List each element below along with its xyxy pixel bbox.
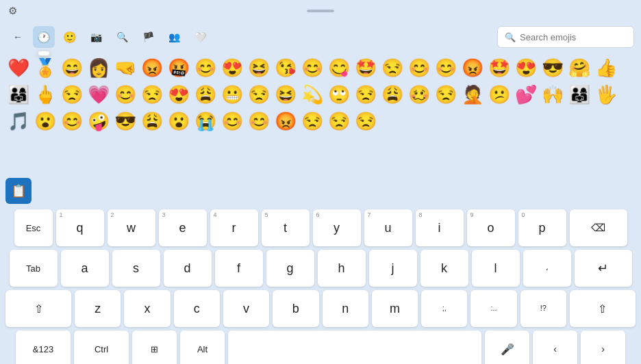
emoji-item[interactable]: 😒: [326, 108, 352, 134]
emoji-item[interactable]: 👩: [86, 55, 112, 81]
key-[interactable]: !?: [520, 290, 566, 327]
key-tab[interactable]: Tab: [10, 250, 58, 287]
emoji-item[interactable]: 😊: [406, 55, 432, 81]
emoji-tab[interactable]: 🙂: [59, 26, 81, 48]
emoji-item[interactable]: 💕: [513, 81, 539, 107]
emoji-item[interactable]: 😄: [59, 55, 85, 81]
key-y[interactable]: 6y: [313, 209, 361, 246]
emoji-item[interactable]: 🤩: [353, 55, 379, 81]
key-h[interactable]: h: [318, 250, 366, 287]
emoji-item[interactable]: 🙄: [326, 81, 352, 107]
emoji-item[interactable]: 😆: [246, 55, 272, 81]
emoji-item[interactable]: 😍: [166, 81, 192, 107]
emoji-item[interactable]: 😊: [219, 108, 245, 134]
key-alt[interactable]: Alt: [180, 330, 225, 364]
key-space[interactable]: [228, 330, 481, 364]
key-[interactable]: ;,: [421, 290, 467, 327]
emoji-item[interactable]: 😊: [246, 108, 272, 134]
emoji-item[interactable]: 😊: [192, 55, 218, 81]
emoji-item[interactable]: 😍: [219, 55, 245, 81]
key-l[interactable]: l: [472, 250, 520, 287]
settings-icon[interactable]: ⚙: [8, 5, 17, 17]
emoji-item[interactable]: 😊: [112, 81, 138, 107]
emoji-item[interactable]: 😋: [326, 55, 352, 81]
emoji-item[interactable]: 👨‍👩‍👧: [566, 81, 592, 107]
emoji-item[interactable]: 😡: [460, 55, 486, 81]
key-z[interactable]: z: [75, 290, 121, 327]
key-e[interactable]: 3e: [159, 209, 207, 246]
key-x[interactable]: x: [124, 290, 170, 327]
emoji-item[interactable]: 😭: [192, 108, 218, 134]
emoji-item[interactable]: 😒: [59, 81, 85, 107]
key-[interactable]: 🎤: [485, 330, 529, 364]
emoji-item[interactable]: 🙌: [540, 81, 566, 107]
emoji-item[interactable]: 🎵: [5, 108, 32, 134]
key-[interactable]: ⊞: [132, 330, 177, 364]
key-u[interactable]: 7u: [364, 209, 412, 246]
emoji-item[interactable]: 🤩: [486, 55, 512, 81]
emoji-item[interactable]: 😡: [273, 108, 299, 134]
key-g[interactable]: g: [266, 250, 314, 287]
key-t[interactable]: 5t: [262, 209, 310, 246]
emoji-item[interactable]: 😮: [166, 108, 192, 134]
key-[interactable]: ‹: [533, 330, 577, 364]
key-v[interactable]: v: [223, 290, 269, 327]
emoji-item[interactable]: 😒: [353, 81, 379, 107]
key-[interactable]: ›: [581, 330, 625, 364]
key-w[interactable]: 2w: [108, 209, 155, 246]
emoji-item[interactable]: ❤️: [5, 55, 32, 81]
emoji-item[interactable]: 😕: [486, 81, 512, 107]
emoji-item[interactable]: 🤪: [86, 108, 112, 134]
key-m[interactable]: m: [372, 290, 418, 327]
key-k[interactable]: k: [420, 250, 468, 287]
key-f[interactable]: f: [215, 250, 263, 287]
emoji-item[interactable]: 😆: [273, 81, 299, 107]
back-button[interactable]: ←: [7, 26, 29, 48]
key-d[interactable]: d: [164, 250, 212, 287]
emoji-item[interactable]: 😍: [513, 55, 539, 81]
camera-tab[interactable]: 📷: [85, 26, 107, 48]
key-a[interactable]: a: [61, 250, 109, 287]
people-tab[interactable]: 👥: [163, 26, 185, 48]
emoji-item[interactable]: 👨‍👩‍👧: [5, 81, 32, 107]
emoji-item[interactable]: 😡: [139, 55, 165, 81]
key-b[interactable]: b: [273, 290, 318, 327]
search-input[interactable]: [520, 32, 627, 42]
key-[interactable]: :..: [470, 290, 516, 327]
recent-tab[interactable]: 🕐: [33, 26, 55, 48]
emoji-item[interactable]: 🏅: [32, 55, 58, 81]
key-[interactable]: ⇧: [570, 290, 636, 327]
key-i[interactable]: 8i: [416, 209, 464, 246]
magnifier-tab[interactable]: 🔍: [111, 26, 133, 48]
emoji-item[interactable]: 😒: [246, 81, 272, 107]
emoji-item[interactable]: 😮: [32, 108, 58, 134]
emoji-item[interactable]: 💗: [86, 81, 112, 107]
emoji-item[interactable]: 💫: [299, 81, 325, 107]
emoji-item[interactable]: 😊: [433, 55, 459, 81]
flag-tab[interactable]: 🏴: [137, 26, 159, 48]
key-q[interactable]: 1q: [56, 209, 104, 246]
key-[interactable]: ↵: [575, 250, 632, 287]
key-o[interactable]: 9o: [467, 209, 515, 246]
emoji-item[interactable]: 🤦: [460, 81, 486, 107]
key-[interactable]: ⌫: [570, 209, 627, 246]
heart-tab[interactable]: 🤍: [189, 26, 211, 48]
key-c[interactable]: c: [174, 290, 220, 327]
emoji-item[interactable]: 😒: [139, 81, 165, 107]
emoji-item[interactable]: 😎: [540, 55, 566, 81]
key-123[interactable]: &123: [16, 330, 71, 364]
emoji-item[interactable]: 🖐️: [593, 81, 619, 107]
emoji-item[interactable]: 🥴: [406, 81, 432, 107]
key-r[interactable]: 4r: [210, 209, 258, 246]
emoji-item[interactable]: 😩: [379, 81, 405, 107]
key-ctrl[interactable]: Ctrl: [74, 330, 129, 364]
emoji-item[interactable]: 😎: [112, 108, 138, 134]
emoji-item[interactable]: 🤜: [112, 55, 138, 81]
emoji-item[interactable]: 😒: [353, 108, 379, 134]
emoji-item[interactable]: 😊: [59, 108, 85, 134]
key-n[interactable]: n: [323, 290, 368, 327]
emoji-item[interactable]: 😘: [273, 55, 299, 81]
key-p[interactable]: 0p: [518, 209, 566, 246]
emoji-item[interactable]: 😒: [433, 81, 459, 107]
key-[interactable]: ،: [523, 250, 571, 287]
